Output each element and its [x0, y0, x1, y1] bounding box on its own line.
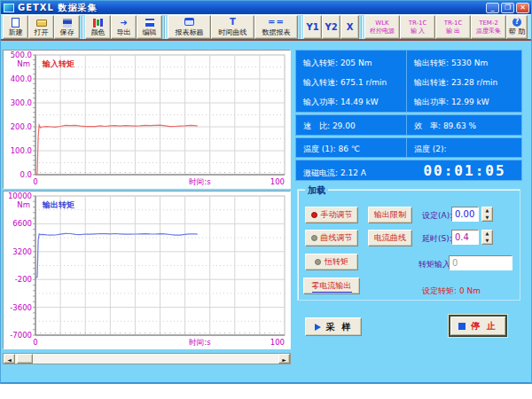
svg-text:0: 0 [33, 177, 37, 186]
excitation-current-reading: 激磁电流: 2.12 A [303, 168, 366, 179]
output-limit-button[interactable]: 输出限制 [368, 207, 412, 223]
radio-dot-icon [311, 212, 317, 218]
svg-text:-7000: -7000 [10, 331, 32, 340]
current-timer-panel: 激磁电流: 2.12 A 00:01:05 [295, 160, 522, 181]
ratio-efficiency-panel: 速 比: 29.00 效 率: 89.63 % [295, 114, 522, 136]
close-button[interactable]: ✕ [516, 3, 529, 13]
scrollbar-thumb[interactable] [17, 354, 33, 364]
efficiency-reading: 效 率: 89.63 % [414, 121, 476, 132]
data-report-button[interactable]: == 数据报表 [254, 15, 298, 39]
svg-text:3200: 3200 [12, 247, 32, 256]
edit-button[interactable]: 编辑 [137, 15, 162, 39]
y2-axis-button[interactable]: Y2 [322, 15, 340, 39]
zero-current-output-button[interactable]: 零电流输出 [303, 278, 360, 294]
input-torque-reading: 输入转矩: 205 Nm [303, 58, 372, 69]
title-bar: GETXL 数据采集 _ ❐ ✕ [1, 1, 531, 14]
delay-field[interactable] [451, 230, 479, 245]
window-title: GETXL 数据采集 [18, 2, 97, 14]
open-button[interactable]: 打开 [28, 15, 54, 39]
svg-text:输出转矩: 输出转矩 [42, 200, 74, 209]
scroll-left-arrow[interactable]: ◄ [4, 354, 15, 364]
output-torque-reading: 输出转矩: 5330 Nm [414, 58, 488, 69]
y1-axis-button[interactable]: Y1 [303, 15, 322, 39]
tem2-temperature-button[interactable]: TEM-2 温度采集 [471, 15, 506, 39]
x-axis-button[interactable]: X [340, 15, 359, 39]
toolbar-separator [82, 16, 83, 39]
temperature1-reading: 温度 (1): 86 ℃ [303, 144, 360, 155]
toolbar-separator [164, 16, 166, 39]
open-folder-icon [36, 18, 47, 27]
svg-text:300.0: 300.0 [11, 98, 32, 107]
svg-text:输入转矩: 输入转矩 [42, 59, 74, 68]
tr1c-output-button[interactable]: TR-1C 输 出 [435, 15, 471, 39]
output-speed-reading: 输出转速: 23.28 r/min [414, 77, 497, 89]
tr1c-input-button[interactable]: TR-1C 输 入 [400, 15, 435, 39]
input-speed-reading: 输入转速: 675.1 r/min [303, 77, 387, 89]
color-button[interactable]: 颜色 [85, 15, 111, 39]
delay-label: 延时(S): [422, 233, 452, 245]
new-document-icon [12, 18, 20, 27]
color-bars-icon [93, 18, 103, 27]
radio-dot-icon [311, 235, 317, 241]
scrollbar-track[interactable] [15, 354, 278, 364]
temperature-panel: 温度 (1): 86 ℃ 温度 (2): [295, 137, 522, 158]
svg-text:Nm: Nm [17, 59, 30, 68]
svg-text:-3600: -3600 [10, 303, 32, 312]
new-button[interactable]: 新建 [3, 15, 28, 39]
play-icon [315, 324, 321, 331]
app-window: GETXL 数据采集 _ ❐ ✕ 新建 打开 保存 颜色 ➜ 导出 [0, 0, 532, 384]
report-title-icon [184, 17, 194, 27]
panel-divider [406, 51, 407, 112]
current-curve-button[interactable]: 电流曲线 [368, 230, 412, 246]
toolbar-separator [361, 16, 363, 39]
svg-text:100.0: 100.0 [11, 146, 32, 155]
save-button[interactable]: 保存 [54, 15, 80, 39]
wlk-power-button[interactable]: WLK 程控电源 [364, 15, 400, 39]
load-groupbox-title: 加载 [305, 184, 328, 197]
svg-text:500.0: 500.0 [11, 51, 32, 59]
torque-input-field[interactable] [449, 255, 512, 270]
help-icon: ? [512, 18, 521, 27]
elapsed-timer: 00:01:05 [411, 162, 518, 179]
report-title-button[interactable]: 报表标题 [168, 15, 211, 39]
svg-text:100: 100 [270, 177, 285, 186]
restore-button[interactable]: ❐ [501, 3, 514, 13]
horizontal-scrollbar[interactable]: ◄ ► [3, 353, 291, 364]
panel-divider [406, 115, 407, 135]
temperature2-reading: 温度 (2): [414, 144, 447, 155]
app-icon [4, 4, 14, 12]
export-arrow-icon: ➜ [120, 18, 127, 27]
svg-text:时间:s: 时间:s [189, 177, 211, 186]
panel-divider [406, 138, 407, 157]
stop-square-icon [458, 323, 466, 330]
manual-adjust-mode-button[interactable]: 手动调节 [305, 207, 358, 223]
svg-text:-200: -200 [15, 275, 32, 284]
edit-lines-icon [145, 18, 154, 27]
radio-dot-icon [315, 259, 321, 265]
save-disk-icon [63, 18, 72, 27]
export-button[interactable]: ➜ 导出 [111, 15, 137, 39]
time-curve-icon: T [230, 17, 236, 27]
load-groupbox: 加载 手动调节 曲线调节 恒转矩 零电流输出 输出限制 电流曲线 设定(A): … [297, 189, 520, 301]
output-power-reading: 输出功率: 12.99 kW [414, 97, 489, 108]
set-current-stepper[interactable]: ▲▼ [481, 207, 493, 222]
svg-text:200.0: 200.0 [11, 122, 32, 131]
toolbar: 新建 打开 保存 颜色 ➜ 导出 编辑 报表标题 T 时间曲线 [1, 14, 531, 41]
data-report-icon: == [268, 17, 285, 27]
curve-adjust-mode-button[interactable]: 曲线调节 [305, 230, 358, 246]
torque-speed-power-panel: 输入转矩: 205 Nm 输出转矩: 5330 Nm 输入转速: 675.1 r… [295, 50, 522, 113]
set-torque-readout: 设定转矩: 0 Nm [422, 286, 481, 297]
stop-button[interactable]: 停 止 [449, 315, 507, 337]
time-curve-button[interactable]: T 时间曲线 [211, 15, 254, 39]
constant-torque-mode-button[interactable]: 恒转矩 [305, 254, 358, 270]
svg-text:10000: 10000 [8, 192, 32, 200]
scroll-right-arrow[interactable]: ► [278, 354, 290, 364]
speed-ratio-reading: 速 比: 29.00 [303, 121, 356, 132]
minimize-button[interactable]: _ [486, 3, 499, 13]
delay-stepper[interactable]: ▲▼ [481, 230, 493, 245]
sample-button[interactable]: 采 样 [305, 317, 362, 336]
set-current-field[interactable] [451, 207, 479, 222]
help-button[interactable]: ? 帮 助 [506, 15, 528, 39]
svg-text:0.0: 0.0 [20, 170, 32, 179]
output-torque-chart: 10000Nm66003200-200-3600-70000100时间:s输出转… [3, 191, 291, 349]
